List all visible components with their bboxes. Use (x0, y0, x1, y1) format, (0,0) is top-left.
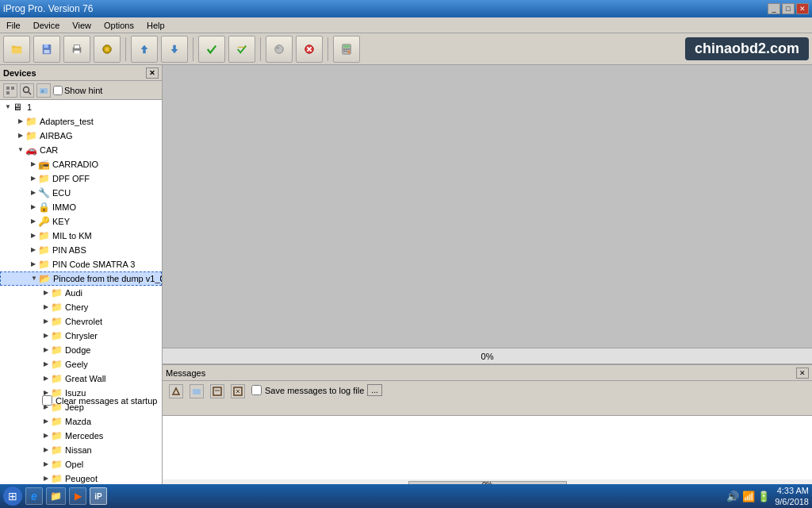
svg-rect-4 (44, 44, 48, 47)
tree-item-ecu[interactable]: ▶🔧ECU (0, 186, 162, 200)
devices-close-button[interactable]: ✕ (146, 67, 159, 79)
taskbar-ie[interactable]: e (25, 487, 43, 505)
collapsed-arrow-icon: ▶ (41, 331, 51, 341)
tree-item-miltokm[interactable]: ▶📁MIL to KM (0, 229, 162, 243)
msg-tb-1[interactable] (169, 384, 183, 398)
title-bar: iProg Pro. Version 76 _ □ ✕ (0, 0, 812, 17)
tree-item-carradio[interactable]: ▶📻CARRADIO (0, 157, 162, 171)
msg-tb-4[interactable] (231, 384, 245, 398)
menu-options[interactable]: Options (101, 19, 137, 32)
clear-messages-checkbox[interactable] (42, 395, 52, 406)
collapsed-arrow-icon: ▶ (29, 160, 38, 169)
tree-item-dodge[interactable]: ▶📁Dodge (0, 343, 162, 357)
tree-item-opel[interactable]: ▶📁Opel (0, 457, 162, 471)
save-messages-label: Save messages to log file (265, 386, 364, 395)
tree-label-mercedes: Mercedes (65, 431, 103, 441)
tree-icon-nissan: 📁 (51, 444, 63, 456)
taskbar-media[interactable]: ▶ (69, 487, 86, 505)
tree-item-greatwall[interactable]: ▶📁Great Wall (0, 371, 162, 386)
msg-tb-2[interactable] (190, 384, 204, 398)
svg-rect-22 (346, 48, 348, 50)
tree-item-adapters[interactable]: ▶📁Adapters_test (0, 114, 162, 129)
svg-rect-7 (75, 44, 80, 48)
browse-button[interactable]: ... (367, 384, 381, 396)
messages-title: Messages (166, 368, 205, 378)
stop-button[interactable] (296, 36, 323, 63)
tree-item-chevrolet[interactable]: ▶📁Chevrolet (0, 314, 162, 329)
upload-button[interactable] (131, 36, 158, 63)
collapsed-arrow-icon: ▶ (16, 131, 25, 140)
show-hint-label[interactable]: Show hint (53, 86, 102, 95)
tree-label-greatwall: Great Wall (65, 374, 106, 383)
toolbar-separator-1 (125, 37, 126, 61)
tree-item-pinabs[interactable]: ▶📁PIN ABS (0, 243, 162, 257)
collapsed-arrow-icon: ▶ (41, 431, 51, 441)
messages-close-button[interactable]: ✕ (796, 368, 809, 379)
tree-label-carradio: CARRADIO (52, 160, 98, 169)
svg-rect-20 (343, 44, 350, 48)
tree-label-pinabs: PIN ABS (52, 245, 86, 255)
show-hint-checkbox[interactable] (53, 86, 63, 95)
save-button[interactable] (33, 36, 60, 63)
svg-point-10 (105, 47, 109, 51)
taskbar: ⊞ e 📁 ▶ iP 🔊 📶 🔋 4:33 AM 9/6/2018 (0, 484, 812, 508)
tree-container[interactable]: ▼🖥1▶📁Adapters_test▶📁AIRBAG▼🚗CAR▶📻CARRADI… (0, 100, 162, 491)
msg-tb-3[interactable] (210, 384, 224, 398)
taskbar-explorer[interactable]: 📁 (46, 487, 66, 505)
tree-item-chrysler[interactable]: ▶📁Chrysler (0, 329, 162, 343)
tree-item-mazda[interactable]: ▶📁Mazda (0, 414, 162, 429)
tree-icon-adapters: 📁 (25, 116, 38, 127)
tree-label-key: KEY (52, 217, 70, 226)
tree-item-nissan[interactable]: ▶📁Nissan (0, 443, 162, 457)
collapsed-arrow-icon: ▶ (29, 245, 38, 255)
maximize-button[interactable]: □ (782, 3, 795, 14)
tree-label-root: 1 (27, 102, 32, 112)
svg-rect-5 (44, 49, 50, 52)
taskbar-icons: 🔊 📶 🔋 (726, 491, 770, 502)
check2-button[interactable] (228, 36, 255, 63)
tree-item-airbag[interactable]: ▶📁AIRBAG (0, 129, 162, 143)
tree-item-immo[interactable]: ▶🔒IMMO (0, 200, 162, 214)
start-button[interactable]: ⊞ (3, 487, 22, 506)
tree-icon-mercedes: 📁 (51, 430, 63, 441)
tree-item-geely[interactable]: ▶📁Geely (0, 357, 162, 371)
calculator-button[interactable] (333, 36, 360, 63)
connect-button[interactable] (94, 36, 121, 63)
menu-file[interactable]: File (3, 19, 24, 32)
menu-view[interactable]: View (69, 19, 94, 32)
tree-icon-dpfoff: 📁 (38, 173, 51, 184)
tree-item-root[interactable]: ▼🖥1 (0, 100, 162, 114)
save-messages-checkbox[interactable] (251, 385, 262, 395)
tree-item-pindump[interactable]: ▼📂Pincode from the dump v1_0_ (0, 271, 162, 286)
tree-icon-miltokm: 📁 (38, 230, 51, 241)
svg-rect-27 (6, 87, 10, 90)
run-button[interactable] (266, 36, 293, 63)
devices-tb-1[interactable] (3, 83, 17, 98)
tree-item-car[interactable]: ▼🚗CAR (0, 143, 162, 157)
clock-time: 4:33 AM (775, 485, 809, 496)
clear-messages-label: Clear messages at startup (56, 396, 157, 406)
taskbar-iprog[interactable]: iP (90, 487, 107, 505)
menu-help[interactable]: Help (144, 19, 168, 32)
menu-device[interactable]: Device (30, 19, 63, 32)
tree-item-mercedes[interactable]: ▶📁Mercedes (0, 429, 162, 443)
devices-tb-3[interactable]: A (36, 83, 51, 98)
minimize-button[interactable]: _ (768, 3, 780, 14)
collapsed-arrow-icon: ▶ (41, 374, 51, 383)
tree-item-key[interactable]: ▶🔑KEY (0, 214, 162, 229)
open-button[interactable] (3, 36, 30, 63)
tree-icon-pinabs: 📁 (38, 244, 51, 256)
tree-item-chery[interactable]: ▶📁Chery (0, 300, 162, 314)
messages-content[interactable]: 0% (163, 416, 812, 487)
devices-tb-search[interactable] (20, 83, 34, 98)
check-button[interactable] (198, 36, 225, 63)
toolbar: chinaobd2.com (0, 33, 812, 65)
print-button[interactable] (63, 36, 90, 63)
collapsed-arrow-icon: ▶ (29, 260, 38, 269)
tree-item-pincode3[interactable]: ▶📁PIN Code SMATRA 3 (0, 257, 162, 271)
tree-icon-root: 🖥 (13, 102, 25, 113)
tree-item-audi[interactable]: ▶📁Audi (0, 286, 162, 300)
download-button[interactable] (161, 36, 188, 63)
close-button[interactable]: ✕ (796, 3, 809, 14)
tree-item-dpfoff[interactable]: ▶📁DPF OFF (0, 171, 162, 186)
